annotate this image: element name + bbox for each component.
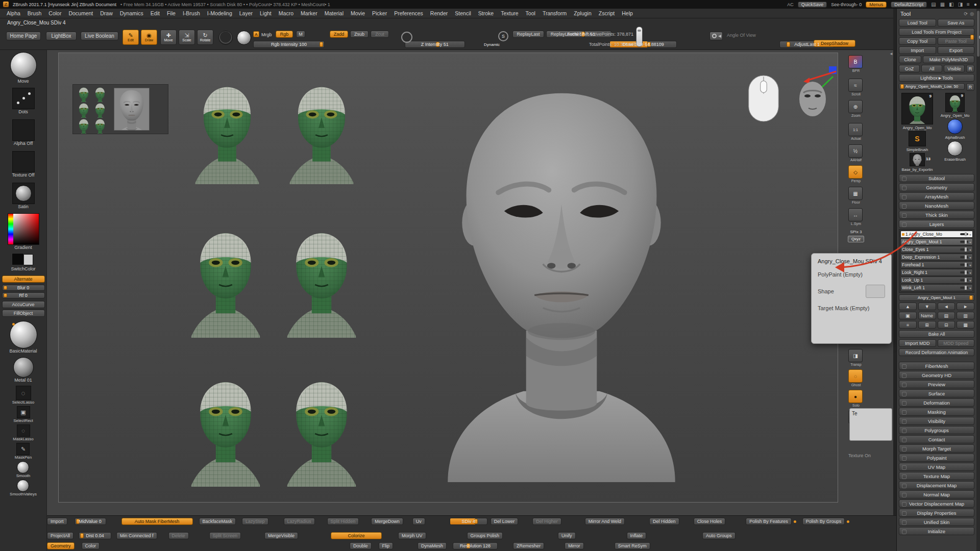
layer-new-button[interactable]: ▣	[899, 312, 917, 319]
dynamesh-button[interactable]: DynaMesh	[418, 542, 447, 549]
lazyradius-button[interactable]: LazyRadius	[284, 518, 315, 525]
geometry-tab-button[interactable]: Geometry	[47, 542, 75, 549]
move-button[interactable]: ✚ Move	[160, 30, 177, 45]
mergedown-button[interactable]: MergeDown	[371, 518, 403, 525]
section-displacement-map[interactable]: Displacement Map	[899, 481, 974, 489]
goz-all-button[interactable]: All	[921, 65, 942, 72]
section-thickskin[interactable]: Thick Skin	[899, 211, 974, 219]
current-tool-thumb[interactable]: 9	[901, 93, 933, 124]
material-basic[interactable]: BasicMaterial	[9, 321, 37, 354]
lazystep-button[interactable]: LazyStep	[242, 518, 268, 525]
transp-button[interactable]: ◨	[848, 349, 863, 362]
lsym-button[interactable]: ↔	[848, 208, 863, 221]
zremesher-button[interactable]: ZRemesher	[513, 542, 544, 549]
uv-button[interactable]: Uv	[412, 518, 425, 525]
zcut-button[interactable]: Zcut	[371, 31, 389, 38]
persp-button[interactable]: ◇	[848, 165, 863, 179]
layer-all-button[interactable]: ▦	[957, 321, 974, 329]
brush-preview-sphere[interactable]	[237, 31, 251, 45]
menu-color[interactable]: Color	[45, 9, 65, 17]
brush-mask-lasso[interactable]: ◌ MaskLasso	[13, 424, 33, 441]
menu-texture[interactable]: Texture	[497, 9, 522, 17]
layer-eye-icon[interactable]: ●	[969, 279, 971, 282]
mini-head-thumb[interactable]	[93, 103, 107, 118]
section-fibermesh[interactable]: FiberMesh	[899, 362, 974, 370]
menu-transform[interactable]: Transform	[539, 9, 570, 17]
goz-visible-button[interactable]: Visible	[944, 65, 965, 72]
load-tools-from-project-button[interactable]: Load Tools From Project	[899, 28, 974, 36]
fiber-import-button[interactable]: Import	[47, 518, 67, 525]
simple-brush-thumb[interactable]: S	[909, 131, 926, 146]
layer-delete-button[interactable]: ▥	[957, 312, 974, 319]
section-initialize[interactable]: Initialize	[899, 527, 974, 535]
section-subtool[interactable]: Subtool	[899, 174, 974, 182]
zsub-button[interactable]: Zsub	[350, 31, 369, 38]
dist-slider[interactable]: Dist 0.04	[79, 532, 111, 539]
stroke-s-icon[interactable]: S	[498, 31, 508, 41]
context-item-shape[interactable]: Shape	[818, 285, 885, 298]
section-contact[interactable]: Contact	[899, 435, 974, 443]
layer-eye-icon[interactable]: ●	[969, 248, 971, 252]
accucurve-button[interactable]: AccuCurve	[2, 301, 45, 308]
live-boolean-button[interactable]: Live Boolean	[81, 32, 118, 40]
palette-pin-icon[interactable]: ◎	[970, 11, 974, 16]
layer-eye-icon[interactable]: ●	[969, 256, 971, 259]
brush-smooth-valleys[interactable]: SmoothValleys	[10, 480, 37, 496]
split-hidden-button[interactable]: Split Hidden	[327, 518, 359, 525]
ghost-button[interactable]: ◌	[848, 369, 863, 383]
layer-invert-button[interactable]: ⊟	[938, 321, 955, 329]
paste-tool-button[interactable]: Paste Tool	[938, 37, 975, 45]
del-lower-button[interactable]: Del Lower	[491, 518, 519, 525]
zadd-button[interactable]: Zadd	[330, 31, 348, 38]
aahalf-button[interactable]: ½	[848, 144, 863, 158]
double-button[interactable]: Double	[350, 542, 372, 549]
scale-button[interactable]: ⇲ Scale	[179, 30, 195, 45]
projectall-button[interactable]: ProjectAll	[47, 532, 74, 539]
record-deformation-button[interactable]: Record Deformation Animation	[899, 348, 974, 356]
polish-by-features-button[interactable]: Polish By Features	[746, 518, 792, 525]
see-through-slider[interactable]: See-through- 0	[831, 2, 862, 7]
menu-dynamics[interactable]: Dynamics	[116, 9, 147, 17]
actual-button[interactable]: 1:1	[848, 123, 863, 136]
mini-head-thumb[interactable]	[77, 118, 90, 134]
section-unified-skin[interactable]: Unified Skin	[899, 518, 974, 526]
menu-file[interactable]: File	[163, 9, 179, 17]
delete-button[interactable]: Delete	[168, 532, 189, 539]
menu-preferences[interactable]: Preferences	[390, 9, 427, 17]
eraser-brush-thumb[interactable]	[947, 141, 963, 156]
groups-polish-button[interactable]: Groups Polish	[467, 532, 503, 539]
dynamic-label[interactable]: Dynamic	[484, 42, 500, 47]
inflate-button[interactable]: Inflate	[627, 532, 647, 539]
menu-picker[interactable]: Picker	[369, 9, 390, 17]
menu-stencil[interactable]: Stencil	[451, 9, 475, 17]
section-geometry-hd[interactable]: Geometry HD	[899, 371, 974, 379]
a-toggle[interactable]: A	[253, 31, 259, 37]
sdiv-slider[interactable]: SDiv 4	[450, 518, 487, 525]
menu-brush[interactable]: Brush	[24, 9, 45, 17]
angle-of-view-label[interactable]: Angle Of View	[727, 33, 756, 38]
menu-layer[interactable]: Layer	[236, 9, 256, 17]
current-material[interactable]: Satin	[12, 183, 35, 209]
collapse-panel-icon[interactable]: ◄	[889, 52, 893, 56]
menus-button[interactable]: Menus	[866, 2, 887, 8]
menu-tool[interactable]: Tool	[522, 9, 539, 17]
layer-eye-icon[interactable]: ●	[969, 233, 971, 236]
current-texture[interactable]: Texture Off	[12, 151, 35, 178]
color-tab-button[interactable]: Color	[82, 542, 100, 549]
layer-row[interactable]: Look_Up 1 ●	[900, 277, 973, 284]
sv-square[interactable]	[13, 214, 39, 244]
bpr-button[interactable]: B	[848, 55, 863, 68]
current-brush[interactable]: Move	[10, 52, 37, 84]
mergevisible-button[interactable]: MergeVisible	[264, 532, 298, 539]
close-holes-button[interactable]: Close Holes	[694, 518, 726, 525]
base-export-thumb[interactable]: 13	[910, 153, 925, 166]
alternate-button[interactable]: Alternate	[2, 276, 45, 283]
section-nanomesh[interactable]: NanoMesh	[899, 202, 974, 210]
lightbox-button[interactable]: LightBox	[46, 32, 77, 40]
layer-eye-icon[interactable]: ●	[969, 271, 971, 274]
tool-name-slider[interactable]: Angry_Open_Mouth_Low. 50	[899, 83, 965, 90]
resolution-slider[interactable]: Resolution 128	[453, 542, 498, 549]
polish-groups-dot[interactable]	[847, 520, 849, 523]
export-button[interactable]: Export	[938, 46, 975, 54]
mirror-button[interactable]: Mirror	[565, 542, 584, 549]
